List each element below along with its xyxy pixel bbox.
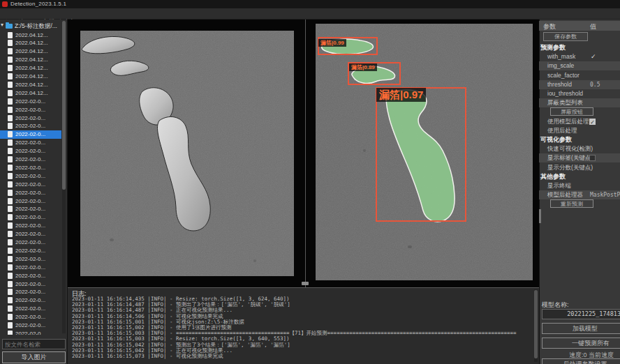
tree-item[interactable]: 2022.04.12... <box>0 89 61 97</box>
tree-item[interactable]: 2022-02-0... <box>0 147 61 156</box>
tree-item-label: 2022-02-0... <box>15 98 45 105</box>
detection-label: 漏箔|0.97 <box>376 88 426 102</box>
param-button[interactable]: 屏蔽按钮 <box>550 107 593 116</box>
tree-item[interactable]: 2022-02-0... <box>0 188 61 197</box>
param-row[interactable]: threshold0.5 <box>539 80 620 89</box>
file-icon <box>8 40 13 46</box>
tree-item[interactable]: 2022-02-0... <box>0 246 61 255</box>
file-icon <box>8 264 13 271</box>
tree-item[interactable]: 2022-02-0... <box>0 114 61 122</box>
file-icon <box>8 231 13 237</box>
param-label: 屏蔽类型列表 <box>547 98 583 107</box>
tree-item[interactable]: 2022-02-0... <box>0 205 61 213</box>
param-row[interactable]: img_scale <box>539 61 620 70</box>
file-icon <box>8 281 13 287</box>
tree-item-label: 2022-02-0... <box>15 123 45 129</box>
tree-item[interactable]: 2022-02-0... <box>0 263 61 271</box>
log-scrollbar-thumb[interactable] <box>534 290 538 358</box>
import-images-button[interactable]: 导入图片 <box>2 351 66 363</box>
tree-item[interactable]: 2022-02-0... <box>0 230 61 238</box>
chevron-down-icon[interactable] <box>1 22 3 28</box>
tree-item[interactable]: 2022-02-0... <box>0 180 61 188</box>
param-row[interactable]: with_mask✓ <box>539 52 620 61</box>
file-icon <box>8 248 13 254</box>
param-row[interactable]: 模型后处理器MaskPostPro <box>539 190 620 199</box>
param-row[interactable]: 显示终端 <box>539 181 620 190</box>
tree-item[interactable]: 2022-02-0... <box>0 105 61 114</box>
predict-all-button[interactable]: 一键预测所有 <box>542 338 620 349</box>
param-row[interactable]: iou_threshold <box>539 89 620 98</box>
tree-item[interactable]: 2022-02-0... <box>0 296 61 305</box>
tree-root-folder[interactable]: Z:/5-标注数据/... <box>0 22 68 30</box>
tree-item[interactable]: 2022-02-0... <box>0 172 61 180</box>
param-row[interactable]: 屏蔽类型列表 <box>539 98 620 107</box>
viewport-splitter-handle[interactable] <box>302 282 309 285</box>
log-lines: 2023-01-11 16:16:14,435 |INFO| - Resize:… <box>72 296 533 359</box>
tree-item[interactable]: 2022.04.12... <box>0 47 61 56</box>
file-icon <box>8 256 13 262</box>
model-name-field[interactable]: 20221225_174813 <box>542 309 620 319</box>
detection-label: 漏箔|0.99 <box>318 39 346 47</box>
tree-item-label: 2022-02-0... <box>15 256 45 262</box>
file-icon <box>8 289 13 295</box>
tree-item[interactable]: 2022-02-0... <box>0 329 61 335</box>
log-scrollbar[interactable] <box>534 289 538 362</box>
tree-item[interactable]: 2022.04.12... <box>0 31 61 39</box>
app-window: { "window": { "title": "Detection_2023.1… <box>0 0 620 364</box>
file-icon <box>8 82 13 88</box>
tree-item[interactable]: 2022-02-0... <box>0 163 61 172</box>
checkbox[interactable] <box>589 155 596 161</box>
tree-item[interactable]: 2022-02-0... <box>0 130 61 139</box>
tree-item[interactable]: 2022-02-0... <box>0 213 61 222</box>
tree-item[interactable]: 2022-02-0... <box>0 97 61 105</box>
param-row[interactable]: 快速可视化(检测) <box>539 144 620 153</box>
detection-label: 漏箔|0.89 <box>349 63 377 71</box>
tree-item[interactable]: 2022-02-0... <box>0 255 61 263</box>
tree-item[interactable]: 2022-02-0... <box>0 321 61 330</box>
checkbox[interactable]: ✓ <box>589 119 596 125</box>
log-line: 2023-01-11 16:16:15,073 |INFO| - 可视化预测结果… <box>72 354 533 359</box>
tree-item-label: 2022-02-0... <box>15 248 45 254</box>
param-row[interactable]: 显示标签(关键点) <box>539 153 620 162</box>
param-button[interactable]: 重新预测 <box>550 199 593 208</box>
tree-item[interactable]: 2022-02-0... <box>0 305 61 313</box>
file-icon <box>8 314 13 320</box>
param-value: 0.5 <box>590 80 600 89</box>
tree-scrollbar[interactable] <box>62 21 66 333</box>
tree-item[interactable]: 2022-02-0... <box>0 139 61 147</box>
tree-scrollbar-thumb[interactable] <box>62 21 66 190</box>
params-header-param: 参数 <box>543 22 556 31</box>
tree-item[interactable]: 2022-02-0... <box>0 313 61 321</box>
param-row[interactable]: 使用模型后处理✓ <box>539 117 620 126</box>
window-title: Detection_2023.1.5.1 <box>10 1 66 7</box>
tree-item[interactable]: 2022-02-0... <box>0 271 61 280</box>
param-row[interactable]: 显示分数(关键点) <box>539 163 620 172</box>
tree-item-label: 2022-02-0... <box>15 107 45 113</box>
tree-item[interactable]: 2022-02-0... <box>0 288 61 296</box>
viewport-splitter[interactable] <box>305 20 306 287</box>
tree-item[interactable]: 2022.04.12... <box>0 64 61 73</box>
tree-item[interactable]: 2022.04.12... <box>0 56 61 64</box>
postprocess-settings-button[interactable]: 后处理参数设置 <box>542 358 620 364</box>
file-icon <box>8 98 13 105</box>
params-scrollbar[interactable] <box>539 209 541 223</box>
source-image[interactable] <box>80 31 294 276</box>
tree-item[interactable]: 2022-02-0... <box>0 222 61 230</box>
tree-item[interactable]: 2022-02-0... <box>0 197 61 205</box>
tree-item[interactable]: 2022-02-0... <box>0 238 61 247</box>
tree-item[interactable]: 2022.04.12... <box>0 39 61 47</box>
load-model-button[interactable]: 加载模型 <box>542 323 620 334</box>
param-label: threshold <box>547 80 572 89</box>
param-row[interactable]: scale_factor <box>539 71 620 80</box>
param-row[interactable]: 使用后处理 <box>539 126 620 135</box>
tree-item[interactable]: 2022.04.12... <box>0 73 61 81</box>
tree-item[interactable]: 2022-02-0... <box>0 156 61 164</box>
tree-item-label: 2022-02-0... <box>15 131 45 137</box>
save-params-button[interactable]: 保存参数 <box>543 32 588 41</box>
tree-item-label: 2022-02-0... <box>15 139 45 146</box>
param-label: with_mask <box>547 52 575 61</box>
search-input[interactable] <box>2 339 66 349</box>
tree-item[interactable]: 2022.04.12... <box>0 80 61 89</box>
tree-item[interactable]: 2022-02-0... <box>0 280 61 288</box>
tree-item[interactable]: 2022-02-0... <box>0 122 61 130</box>
